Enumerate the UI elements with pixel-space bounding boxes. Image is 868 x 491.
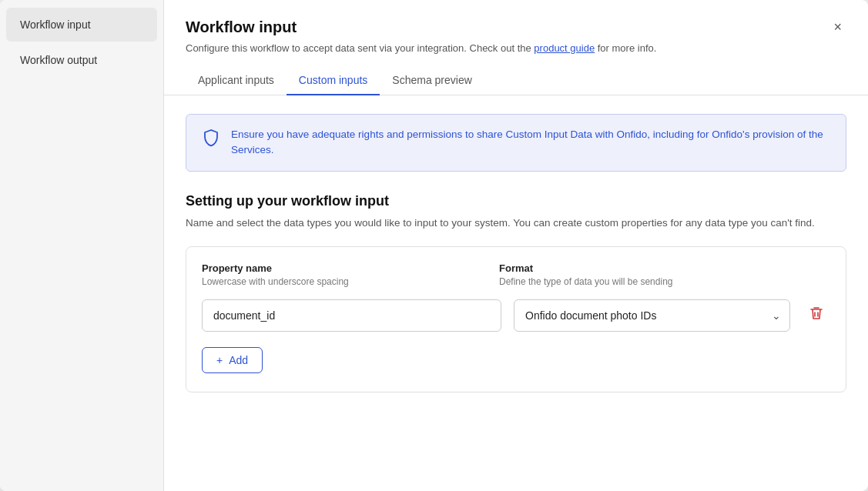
header-top: Workflow input ×	[186, 18, 846, 36]
sidebar: Workflow input Workflow output	[0, 0, 164, 491]
table-row: Onfido document photo IDs String Number …	[202, 299, 830, 332]
add-button[interactable]: + Add	[202, 347, 263, 373]
page-title: Workflow input	[186, 18, 297, 36]
property-col-sublabel: Lowercase with underscore spacing	[202, 276, 484, 287]
header-spacer	[796, 262, 830, 287]
product-guide-link[interactable]: product guide	[534, 42, 595, 54]
format-col-label: Format	[499, 262, 781, 274]
format-select[interactable]: Onfido document photo IDs String Number …	[514, 299, 790, 332]
tabs: Applicant inputs Custom inputs Schema pr…	[186, 66, 846, 95]
tab-custom-inputs[interactable]: Custom inputs	[287, 66, 380, 95]
close-button[interactable]: ×	[829, 18, 846, 35]
format-select-wrapper: Onfido document photo IDs String Number …	[514, 299, 790, 332]
info-banner: Ensure you have adequate rights and perm…	[186, 114, 846, 172]
format-col-sublabel: Define the type of data you will be send…	[499, 276, 781, 287]
modal: Workflow input Workflow output Workflow …	[0, 0, 868, 491]
sidebar-item-workflow-output[interactable]: Workflow output	[6, 43, 157, 77]
tab-applicant-inputs[interactable]: Applicant inputs	[186, 66, 287, 95]
tab-schema-preview[interactable]: Schema preview	[380, 66, 484, 95]
form-area: Property name Lowercase with underscore …	[186, 246, 846, 392]
form-headers: Property name Lowercase with underscore …	[202, 262, 830, 287]
content-area: Ensure you have adequate rights and perm…	[164, 95, 868, 491]
section-description: Name and select the data types you would…	[186, 215, 846, 231]
shield-icon	[202, 129, 220, 150]
section-title: Setting up your workflow input	[186, 193, 846, 209]
info-banner-text: Ensure you have adequate rights and perm…	[231, 127, 830, 159]
delete-row-button[interactable]	[803, 302, 830, 328]
add-button-label: Add	[229, 354, 248, 366]
add-icon: +	[216, 354, 223, 366]
header: Workflow input × Configure this workflow…	[164, 0, 868, 95]
property-column-header: Property name Lowercase with underscore …	[202, 262, 484, 287]
main-content: Workflow input × Configure this workflow…	[164, 0, 868, 491]
format-column-header: Format Define the type of data you will …	[499, 262, 781, 287]
property-name-input[interactable]	[202, 299, 501, 332]
property-col-label: Property name	[202, 262, 484, 274]
sidebar-item-workflow-input[interactable]: Workflow input	[6, 8, 157, 42]
header-subtitle: Configure this workflow to accept data s…	[186, 42, 846, 54]
